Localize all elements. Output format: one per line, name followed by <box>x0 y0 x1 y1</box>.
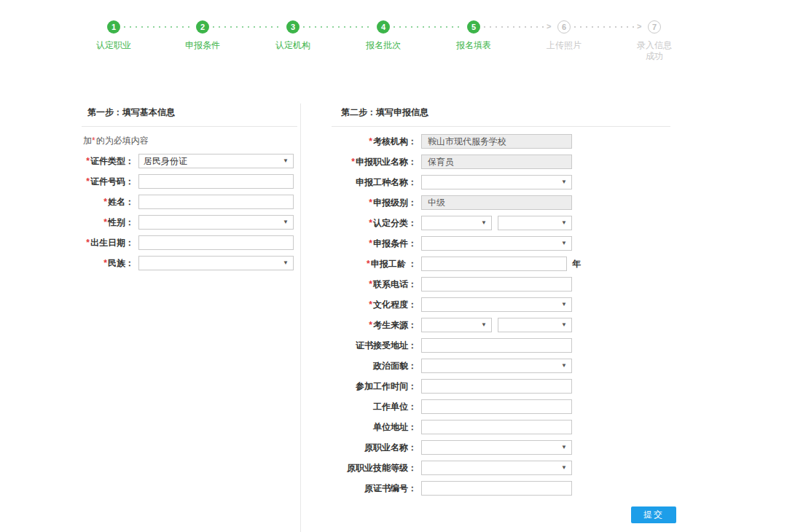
caret-down-icon: ▼ <box>561 240 567 246</box>
required-star: * <box>369 136 372 146</box>
former-skill-level-select[interactable]: ▼ <box>421 461 572 475</box>
education-select[interactable]: ▼ <box>421 297 572 312</box>
field-label: *证件号码： <box>82 176 138 188</box>
level-readonly: 中级 <box>421 195 572 210</box>
step-3: 3 认定机构 <box>248 20 338 51</box>
name-input[interactable] <box>138 195 294 209</box>
basic-info-panel: 第一步：填写基本信息 加*的为必填内容 *证件类型： 居民身份证▼ *证件号码：… <box>82 102 297 276</box>
caret-down-icon: ▼ <box>283 219 289 225</box>
ethnicity-select[interactable]: ▼ <box>138 256 294 270</box>
step-7-label: 录入信息成功 <box>633 40 676 62</box>
exam-org-readonly: 鞍山市现代服务学校 <box>421 134 572 149</box>
work-years-input[interactable] <box>421 257 567 271</box>
field-label: 原证书编号： <box>332 482 421 495</box>
step-2: 2 申报条件 <box>157 20 248 51</box>
form-row-former-skill-level: 原职业技能等级： ▼ <box>332 461 670 475</box>
field-label: 原职业技能等级： <box>332 462 421 474</box>
employer-input[interactable] <box>421 399 572 414</box>
step-5: 5 报名填表 <box>428 20 519 51</box>
form-row-education: *文化程度： ▼ <box>332 297 670 312</box>
field-label-text: 工作单位： <box>373 402 417 412</box>
caret-down-icon: ▼ <box>561 465 567 471</box>
required-star: * <box>92 136 95 146</box>
caret-down-icon: ▼ <box>561 179 567 185</box>
phone-input[interactable] <box>421 277 572 292</box>
step-connector <box>394 26 463 28</box>
condition-select[interactable]: ▼ <box>421 236 572 251</box>
field-label: *考核机构： <box>332 136 421 148</box>
field-label-text: 证件号码： <box>90 176 134 187</box>
step-1-circle: 1 <box>107 20 120 34</box>
form-row-occupation-name: *申报职业名称： 保育员 <box>332 154 670 169</box>
field-label: *证件类型： <box>82 155 138 168</box>
required-star: * <box>369 197 372 208</box>
form-row-id-number: *证件号码： <box>82 174 297 189</box>
field-label: *出生日期： <box>82 237 138 249</box>
former-occupation-select[interactable]: ▼ <box>421 440 572 455</box>
form-row-work-years: *申报工龄 ： 年 <box>332 257 670 271</box>
panel-title: 第一步：填写基本信息 <box>82 102 297 127</box>
former-cert-number-input[interactable] <box>421 481 572 496</box>
form-row-political-status: 政治面貌： ▼ <box>332 359 670 373</box>
step-connector <box>303 26 373 28</box>
field-label-text: 原职业名称： <box>364 442 417 453</box>
candidate-source-select-1[interactable]: ▼ <box>421 318 492 332</box>
step-3-circle: 3 <box>286 20 299 34</box>
work-start-time-input[interactable] <box>421 379 572 394</box>
form-row-former-occupation: 原职业名称： ▼ <box>332 440 670 455</box>
work-type-select[interactable]: ▼ <box>421 175 572 189</box>
step-4-label: 报名批次 <box>338 40 428 51</box>
candidate-source-select-2[interactable]: ▼ <box>498 318 572 332</box>
required-star: * <box>103 217 107 227</box>
step-6-label: 上传照片 <box>519 40 609 51</box>
field-label-text: 姓名： <box>108 197 134 207</box>
field-label: *考生来源： <box>332 319 421 332</box>
form-row-id-type: *证件类型： 居民身份证▼ <box>82 154 297 168</box>
field-label: 证书接受地址： <box>332 340 421 352</box>
field-label: 政治面貌： <box>332 360 421 372</box>
required-star: * <box>369 300 372 310</box>
form-row-gender: *性别： ▼ <box>82 215 297 230</box>
field-label-text: 参加工作时间： <box>356 381 417 391</box>
required-star: * <box>351 157 355 167</box>
step-6: 6 上传照片 <box>519 20 609 51</box>
id-number-input[interactable] <box>138 174 294 189</box>
caret-down-icon: ▼ <box>561 445 567 450</box>
step-4: 4 报名批次 <box>338 20 428 51</box>
field-label-text: 考生来源： <box>373 320 417 330</box>
field-label-text: 申报工龄 ： <box>371 259 417 269</box>
birth-date-input[interactable] <box>138 235 294 250</box>
cert-address-input[interactable] <box>421 338 572 353</box>
caret-down-icon: ▼ <box>561 322 567 328</box>
step-4-circle: 4 <box>377 20 390 34</box>
form-row-level: *申报级别： 中级 <box>332 195 670 210</box>
gender-select[interactable]: ▼ <box>138 215 294 230</box>
id-type-select[interactable]: 居民身份证▼ <box>138 154 294 168</box>
field-label: *联系电话： <box>332 278 421 291</box>
occupation-name-readonly: 保育员 <box>421 154 572 169</box>
required-star: * <box>86 156 90 166</box>
political-status-select[interactable]: ▼ <box>421 359 572 373</box>
form-row-work-type: 申报工种名称： ▼ <box>332 175 670 189</box>
step-wizard: 1 认定职业 2 申报条件 3 认定机构 4 报名批次 5 报名填表 6 上传照… <box>0 20 787 75</box>
classification-select-1[interactable]: ▼ <box>421 216 492 230</box>
caret-down-icon: ▼ <box>283 158 289 164</box>
required-note: 加*的为必填内容 <box>83 135 297 147</box>
arrow-right-icon: > <box>637 22 641 31</box>
required-star: * <box>369 238 372 249</box>
field-label-text: 联系电话： <box>373 279 417 289</box>
classification-select-2[interactable]: ▼ <box>498 216 572 230</box>
form-row-name: *姓名： <box>82 195 297 209</box>
note-suffix: 的为必填内容 <box>96 136 149 146</box>
step-connector <box>484 26 544 28</box>
required-star: * <box>103 197 107 207</box>
employer-address-input[interactable] <box>421 420 572 434</box>
submit-button[interactable]: 提交 <box>631 506 676 523</box>
field-label-text: 出生日期： <box>90 238 134 248</box>
field-label-text: 政治面貌： <box>373 361 417 371</box>
step-1: 1 认定职业 <box>68 20 159 51</box>
field-label-text: 性别： <box>108 217 134 227</box>
field-label: *姓名： <box>82 196 138 208</box>
field-label: 参加工作时间： <box>332 380 421 393</box>
form-row-cert-address: 证书接受地址： <box>332 338 670 353</box>
